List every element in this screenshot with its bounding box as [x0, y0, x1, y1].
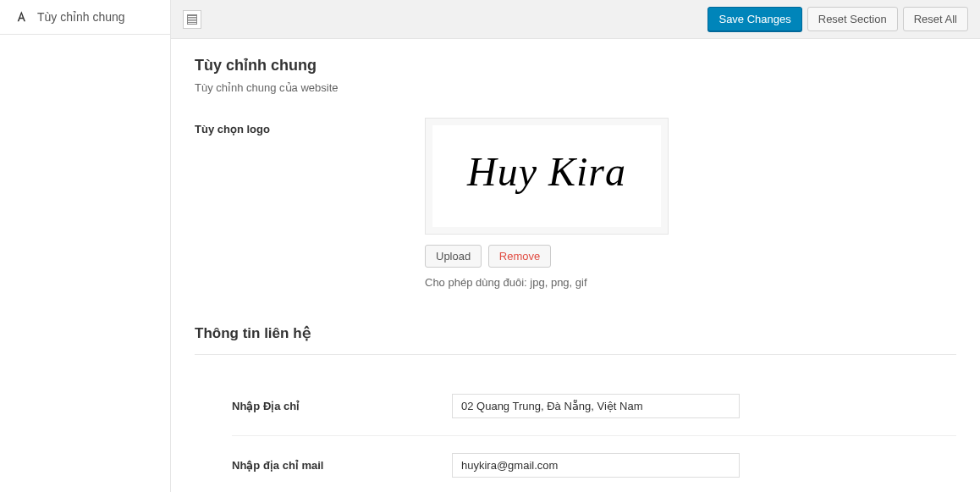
topbar: Save Changes Reset Section Reset All: [171, 0, 980, 39]
address-field-row: Nhập Địa chỉ: [232, 377, 956, 436]
main-panel: Save Changes Reset Section Reset All Tùy…: [171, 0, 980, 492]
sidebar-item-label: Tùy chỉnh chung: [37, 10, 125, 24]
save-changes-button[interactable]: Save Changes: [707, 7, 801, 31]
logo-control: Huy Kira Upload Remove Cho phép dùng đuô…: [425, 118, 956, 289]
section-desc: Tùy chỉnh chung của website: [195, 81, 956, 94]
logo-helper-text: Cho phép dùng đuôi: jpg, png, gif: [425, 276, 956, 289]
email-field-row: Nhập địa chỉ mail: [232, 436, 956, 492]
email-input[interactable]: [452, 453, 740, 478]
sidebar: Tùy chỉnh chung: [0, 0, 171, 492]
app-container: Tùy chỉnh chung Save Changes Reset Secti…: [0, 0, 980, 492]
expand-all-icon[interactable]: [183, 10, 201, 29]
logo-image: Huy Kira: [432, 125, 661, 227]
content-area: Tùy chỉnh chung Tùy chỉnh chung của webs…: [171, 39, 980, 492]
contact-fields: Nhập Địa chỉ Nhập địa chỉ mail: [195, 377, 956, 492]
logo-field-row: Tùy chọn logo Huy Kira Upload Remove Cho…: [195, 118, 956, 289]
email-field-label: Nhập địa chỉ mail: [232, 459, 323, 472]
logo-preview-box: Huy Kira: [425, 118, 669, 235]
font-icon: [15, 10, 29, 24]
reset-section-button[interactable]: Reset Section: [807, 7, 898, 31]
remove-button[interactable]: Remove: [488, 245, 551, 268]
contact-section-title: Thông tin liên hệ: [195, 312, 956, 355]
logo-field-label: Tùy chọn logo: [195, 123, 270, 135]
reset-all-button[interactable]: Reset All: [903, 7, 968, 31]
address-input[interactable]: [452, 394, 740, 418]
section-title: Tùy chỉnh chung: [195, 56, 956, 75]
sidebar-item-general[interactable]: Tùy chỉnh chung: [0, 0, 170, 35]
address-field-label: Nhập Địa chỉ: [232, 400, 300, 412]
upload-button[interactable]: Upload: [425, 245, 482, 268]
logo-text: Huy Kira: [467, 148, 626, 195]
